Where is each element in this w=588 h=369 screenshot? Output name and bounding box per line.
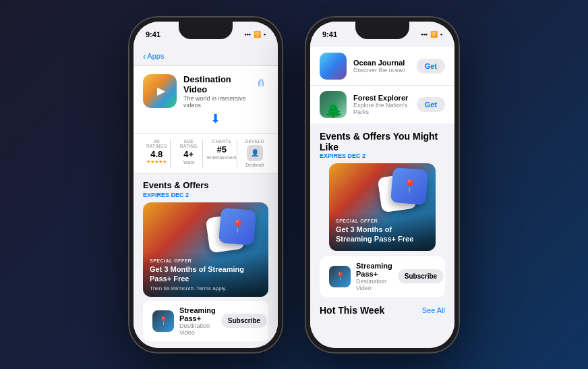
signal-icon: ▪▪▪: [244, 31, 251, 38]
get-button-forest[interactable]: Get: [417, 97, 445, 112]
share-button[interactable]: ⎙: [254, 76, 268, 90]
events-title-1: Events & Offers: [143, 180, 268, 190]
streaming-name-2: Streaming Pass+: [356, 262, 392, 278]
events-section-1: Events & Offers EXPIRES DEC 2 🏔 📍 SPECIA…: [134, 173, 278, 345]
offer-title-1: Get 3 Months of Streaming Pass+ Free: [150, 264, 262, 284]
stat-charts: CHARTS #5 Entertainment: [207, 139, 237, 167]
special-offer-tag-1: SPECIAL OFFER: [150, 258, 262, 263]
streaming-icon-1: 📍: [152, 310, 174, 332]
stat-label-ratings: 2M RATINGS: [143, 139, 170, 148]
app-stats: 2M RATINGS 4.8 ★★★★★ AGE RATING 4+ Years…: [134, 134, 278, 173]
stat-value-age: 4+: [175, 149, 202, 159]
back-button[interactable]: ‹ Apps: [143, 51, 164, 61]
events-title-2: Events & Offers You Might Like: [320, 131, 445, 152]
wifi-icon-2: 🛜: [430, 31, 438, 38]
app-actions: ⎙: [254, 76, 268, 90]
event-card-2[interactable]: 🏔 📍 SPECIAL OFFER Get 3 Months of Stream…: [329, 163, 436, 251]
battery-icon: ▪: [264, 31, 266, 38]
forest-explorer-name: Forest Explorer: [353, 94, 410, 102]
stat-sub-age: Years: [175, 160, 202, 165]
hot-title: Hot This Week: [320, 305, 384, 316]
stat-sub-charts: Entertainment: [207, 155, 237, 160]
streaming-row-2: 📍 Streaming Pass+ Destination Video Subs…: [320, 256, 445, 297]
subscribe-button-1[interactable]: Subscribe: [221, 314, 267, 328]
dev-avatar: 👤: [247, 145, 263, 161]
status-bar-2: 9:41 ▪▪▪ 🛜 ▪: [310, 22, 454, 47]
battery-icon-2: ▪: [440, 31, 442, 38]
app-icon-destination-video: [143, 74, 177, 108]
stat-label-dev: DEVELO: [241, 139, 268, 144]
see-all-button[interactable]: See All: [422, 306, 445, 314]
streaming-app-2: Destination Video: [356, 278, 392, 291]
wifi-icon: 🛜: [254, 31, 261, 38]
stat-value-ratings: 4.8: [143, 149, 170, 159]
mini-card-location: 📍: [218, 207, 256, 245]
event-card-content-1: SPECIAL OFFER Get 3 Months of Streaming …: [143, 253, 268, 297]
streaming-info-2: Streaming Pass+ Destination Video: [356, 262, 392, 291]
nav-bar-1: ‹ Apps: [134, 47, 278, 66]
stat-ratings: 2M RATINGS 4.8 ★★★★★: [143, 139, 171, 167]
streaming-name-1: Streaming Pass+: [179, 306, 216, 322]
offer-title-2: Get 3 Months of Streaming Pass+ Free: [336, 225, 429, 244]
app-tagline: The world in immersive videos: [183, 95, 247, 109]
special-offer-tag-2: SPECIAL OFFER: [336, 219, 429, 223]
app-header: Destination Video The world in immersive…: [134, 66, 278, 134]
stat-age: AGE RATING 4+ Years: [175, 139, 202, 167]
chevron-left-icon: ‹: [143, 51, 146, 61]
stat-dev: DEVELO 👤 Destinati: [241, 139, 268, 167]
event-card-content-2: SPECIAL OFFER Get 3 Months of Streaming …: [329, 213, 436, 251]
subscribe-button-2[interactable]: Subscribe: [398, 269, 444, 283]
stars-icon: ★★★★★: [143, 159, 170, 165]
stat-sub-dev: Destinati: [241, 163, 268, 167]
screen-content-2: Ocean Journal Discover the ocean Get For…: [310, 47, 454, 348]
offer-sub-1: Then $9.99/month. Terms apply.: [150, 285, 262, 291]
scene: 9:41 ▪▪▪ 🛜 ▪ ‹ Apps: [0, 0, 588, 369]
app-info: Destination Video The world in immersive…: [183, 74, 247, 126]
expires-label-1: EXPIRES DEC 2: [143, 192, 268, 198]
ocean-journal-info: Ocean Journal Discover the ocean: [353, 59, 410, 74]
status-bar-1: 9:41 ▪▪▪ 🛜 ▪: [134, 22, 278, 47]
hot-section: Hot This Week See All: [310, 300, 454, 318]
streaming-info-1: Streaming Pass+ Destination Video: [179, 306, 216, 336]
status-time-1: 9:41: [146, 30, 160, 38]
event-card-1[interactable]: 🏔 📍 SPECIAL OFFER Get 3 Months of Stream…: [143, 202, 268, 297]
status-time-2: 9:41: [322, 30, 337, 38]
status-icons-2: ▪▪▪ 🛜 ▪: [421, 31, 442, 38]
streaming-app-1: Destination Video: [179, 322, 216, 336]
forest-explorer-desc: Explore the Nation's Parks: [353, 102, 410, 115]
forest-explorer-icon: [320, 91, 347, 118]
ocean-journal-desc: Discover the ocean: [353, 67, 410, 74]
screen-content-1: ‹ Apps Destination Video The world in im…: [134, 47, 278, 348]
ocean-journal-icon: [320, 53, 347, 80]
events-section-2: Events & Offers You Might Like EXPIRES D…: [310, 124, 454, 300]
signal-icon-2: ▪▪▪: [421, 31, 428, 38]
phone-1: 9:41 ▪▪▪ 🛜 ▪ ‹ Apps: [128, 16, 283, 353]
get-button-ocean[interactable]: Get: [417, 59, 445, 74]
streaming-icon-2: 📍: [329, 266, 351, 287]
phone-1-screen: 9:41 ▪▪▪ 🛜 ▪ ‹ Apps: [134, 22, 278, 348]
ocean-journal-name: Ocean Journal: [353, 59, 410, 67]
phone-2: 9:41 ▪▪▪ 🛜 ▪ Ocean Journal Discover the …: [305, 16, 460, 353]
status-icons-1: ▪▪▪ 🛜 ▪: [244, 31, 266, 38]
app-name: Destination Video: [183, 74, 247, 94]
list-item: Forest Explorer Explore the Nation's Par…: [310, 86, 454, 123]
expires-label-2: EXPIRES DEC 2: [320, 152, 445, 159]
list-item: Ocean Journal Discover the ocean Get: [310, 47, 454, 86]
streaming-row-1: 📍 Streaming Pass+ Destination Video Subs…: [143, 301, 268, 341]
download-icon[interactable]: ⬇: [183, 111, 247, 126]
app-list: Ocean Journal Discover the ocean Get For…: [310, 47, 454, 123]
back-label: Apps: [147, 52, 164, 60]
forest-explorer-info: Forest Explorer Explore the Nation's Par…: [353, 94, 410, 115]
stat-value-charts: #5: [207, 144, 237, 154]
phone-2-screen: 9:41 ▪▪▪ 🛜 ▪ Ocean Journal Discover the …: [310, 22, 454, 348]
card-visual-2: 🏔 📍: [380, 169, 430, 219]
mini-card-location-2: 📍: [390, 167, 428, 204]
stat-label-charts: CHARTS: [207, 139, 237, 144]
stat-label-age: AGE RATING: [175, 139, 202, 148]
